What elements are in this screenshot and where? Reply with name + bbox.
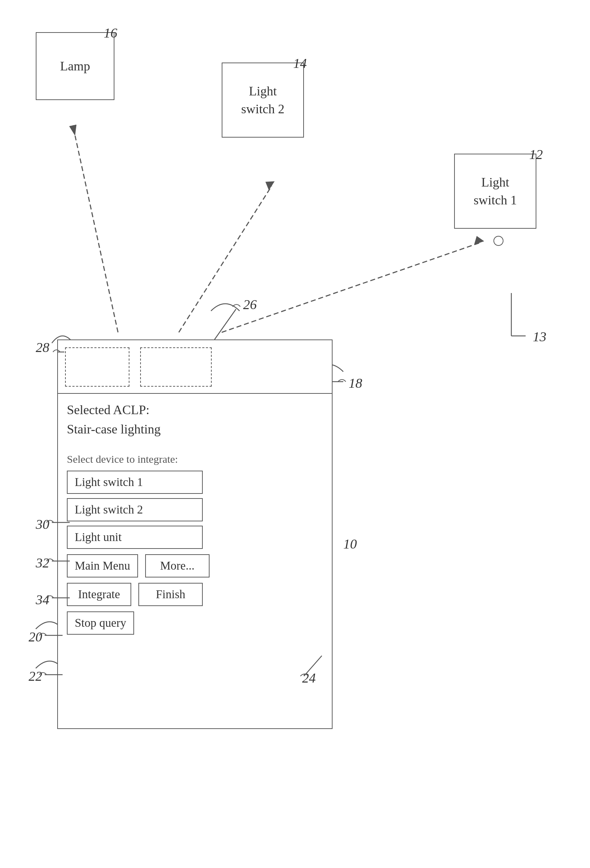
stop-query-button[interactable]: Stop query	[67, 611, 134, 635]
light-switch-1-number: 12	[529, 146, 543, 162]
panel-inner: Selected ACLP: Stair-case lighting Selec…	[58, 340, 332, 728]
svg-line-5	[222, 243, 479, 332]
device-item-light-switch-1[interactable]: Light switch 1	[67, 471, 203, 494]
light-switch-1-circle	[494, 236, 503, 246]
svg-line-3	[75, 136, 118, 332]
btn-row-3: Stop query	[58, 611, 332, 640]
panel-32-number: 32	[36, 555, 49, 571]
light-switch-2-number: 14	[293, 55, 307, 71]
panel-aclp-area: Selected ACLP: Stair-case lighting	[58, 394, 332, 439]
svg-line-16	[214, 309, 236, 340]
lamp-box: Lamp	[36, 32, 114, 100]
main-menu-button[interactable]: Main Menu	[67, 554, 138, 577]
panel-20-number: 20	[29, 629, 42, 645]
more-button[interactable]: More...	[145, 554, 210, 577]
light-switch-1-box: Light switch 1	[454, 154, 536, 229]
panel-dashed-box-2	[140, 347, 212, 387]
panel-26-number: 26	[243, 297, 257, 312]
device-item-light-unit[interactable]: Light unit	[67, 526, 203, 549]
wire-13-number: 13	[533, 329, 546, 344]
lamp-label: Lamp	[60, 59, 90, 74]
btn-row-1: Main Menu More...	[58, 554, 332, 583]
main-panel: Selected ACLP: Stair-case lighting Selec…	[57, 340, 333, 729]
panel-dashed-box-1	[65, 347, 129, 387]
panel-24-number: 24	[302, 670, 316, 686]
light-switch-2-box: Light switch 2	[222, 62, 304, 137]
btn-row-2: Integrate Finish	[58, 583, 332, 611]
finish-button[interactable]: Finish	[138, 583, 203, 606]
diagram-container: Lamp 16 Light switch 2 14 Light switch 1…	[0, 0, 590, 868]
device-list: Light switch 1 Light switch 2 Light unit	[58, 465, 332, 554]
light-switch-1-label: Light switch 1	[474, 173, 517, 210]
main-panel-number: 10	[343, 536, 357, 552]
panel-18-number: 18	[349, 375, 362, 391]
device-item-light-switch-2[interactable]: Light switch 2	[67, 498, 203, 521]
panel-28-number: 28	[36, 340, 49, 355]
light-switch-2-label: Light switch 2	[241, 82, 285, 118]
panel-30-number: 30	[36, 517, 49, 532]
integrate-button[interactable]: Integrate	[67, 583, 131, 606]
panel-dashed-row	[58, 340, 332, 387]
svg-line-4	[179, 186, 272, 332]
select-device-label: Select device to integrate:	[58, 447, 332, 465]
panel-22-number: 22	[29, 668, 42, 684]
lamp-number: 16	[104, 25, 117, 41]
selected-aclp-value: Stair-case lighting	[67, 419, 323, 439]
panel-34-number: 34	[36, 592, 49, 608]
selected-aclp-label: Selected ACLP:	[67, 400, 323, 419]
